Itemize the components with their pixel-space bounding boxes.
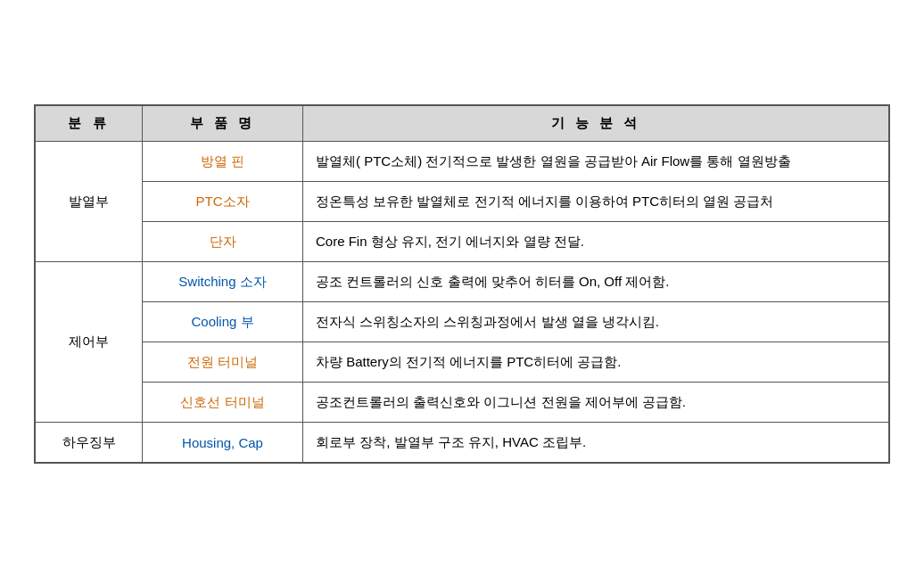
function-cell: 회로부 장착, 발열부 구조 유지, HVAC 조립부.: [303, 423, 889, 463]
function-cell: 차량 Battery의 전기적 에너지를 PTC히터에 공급함.: [303, 342, 889, 383]
header-function: 기 능 분 석: [303, 106, 889, 142]
part-name-cell: Switching 소자: [143, 262, 303, 302]
header-part-name: 부 품 명: [143, 106, 303, 142]
category-cell: 발열부: [36, 142, 143, 262]
main-table-container: 분 류 부 품 명 기 능 분 석 발열부방열 핀발열체( PTC소체) 전기적…: [34, 104, 890, 464]
part-name-cell: 전원 터미널: [143, 342, 303, 383]
function-cell: 공조 컨트롤러의 신호 출력에 맞추어 히터를 On, Off 제어함.: [303, 262, 889, 302]
part-name-cell: 신호선 터미널: [143, 383, 303, 423]
part-name-cell: Cooling 부: [143, 302, 303, 342]
header-row: 분 류 부 품 명 기 능 분 석: [36, 106, 889, 142]
function-cell: 정온특성 보유한 발열체로 전기적 에너지를 이용하여 PTC히터의 열원 공급…: [303, 182, 889, 222]
category-cell: 제어부: [36, 262, 143, 423]
table-row: 단자Core Fin 형상 유지, 전기 에너지와 열량 전달.: [36, 222, 889, 262]
part-name-cell: PTC소자: [143, 182, 303, 222]
table-row: 제어부Switching 소자공조 컨트롤러의 신호 출력에 맞추어 히터를 O…: [36, 262, 889, 302]
header-category: 분 류: [36, 106, 143, 142]
table-row: PTC소자정온특성 보유한 발열체로 전기적 에너지를 이용하여 PTC히터의 …: [36, 182, 889, 222]
table-row: Cooling 부전자식 스위칭소자의 스위칭과정에서 발생 열을 냉각시킴.: [36, 302, 889, 342]
function-cell: 전자식 스위칭소자의 스위칭과정에서 발생 열을 냉각시킴.: [303, 302, 889, 342]
part-name-cell: 방열 핀: [143, 142, 303, 182]
table-row: 발열부방열 핀발열체( PTC소체) 전기적으로 발생한 열원을 공급받아 Ai…: [36, 142, 889, 182]
table-row: 하우징부Housing, Cap회로부 장착, 발열부 구조 유지, HVAC …: [36, 423, 889, 463]
table-row: 신호선 터미널공조컨트롤러의 출력신호와 이그니션 전원을 제어부에 공급함.: [36, 383, 889, 423]
category-cell: 하우징부: [36, 423, 143, 463]
component-table: 분 류 부 품 명 기 능 분 석 발열부방열 핀발열체( PTC소체) 전기적…: [35, 105, 889, 463]
table-row: 전원 터미널차량 Battery의 전기적 에너지를 PTC히터에 공급함.: [36, 342, 889, 383]
function-cell: Core Fin 형상 유지, 전기 에너지와 열량 전달.: [303, 222, 889, 262]
part-name-cell: 단자: [143, 222, 303, 262]
part-name-cell: Housing, Cap: [143, 423, 303, 463]
function-cell: 공조컨트롤러의 출력신호와 이그니션 전원을 제어부에 공급함.: [303, 383, 889, 423]
function-cell: 발열체( PTC소체) 전기적으로 발생한 열원을 공급받아 Air Flow를…: [303, 142, 889, 182]
